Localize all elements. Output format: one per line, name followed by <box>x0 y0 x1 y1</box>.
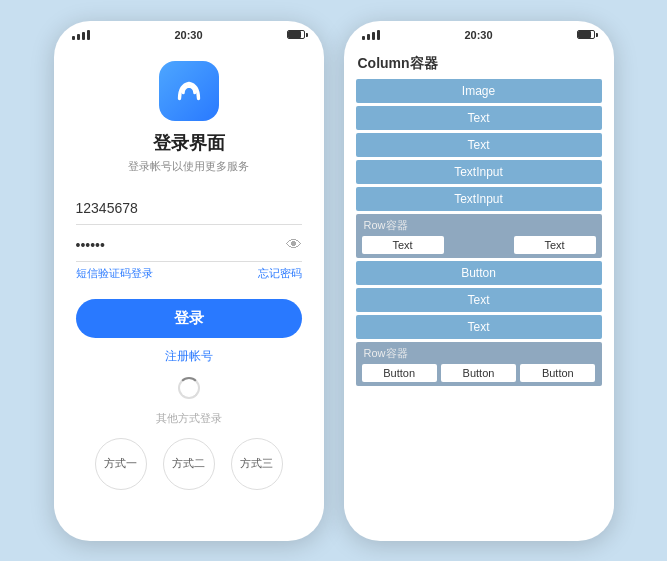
loading-indicator <box>178 377 200 399</box>
column-layout-content: Column容器 Image Text Text TextInput TextI… <box>344 45 614 541</box>
battery-area <box>287 30 305 39</box>
row2-cell-button-3: Button <box>520 364 595 382</box>
textinput-block-1: TextInput <box>356 160 602 184</box>
status-bar-right: 20:30 <box>344 21 614 45</box>
other-login-label: 其他方式登录 <box>156 411 222 426</box>
right-phone: 20:30 Column容器 Image Text Text TextInput… <box>344 21 614 541</box>
row2-cell-button-1: Button <box>362 364 437 382</box>
links-row: 短信验证码登录 忘记密码 <box>76 266 302 281</box>
signal-icon <box>72 30 90 40</box>
left-phone: 20:30 登录界面 登录帐号以使用更多服务 👁 短信验证码登录 忘记密码 登录… <box>54 21 324 541</box>
row1-spacer <box>448 236 510 254</box>
eye-icon[interactable]: 👁 <box>286 236 302 254</box>
battery-icon-right <box>577 30 595 39</box>
row1-cell-text-1: Text <box>362 236 444 254</box>
signal-icon-right <box>362 30 380 40</box>
method-button-1[interactable]: 方式一 <box>95 438 147 490</box>
login-button[interactable]: 登录 <box>76 299 302 338</box>
forgot-password-link[interactable]: 忘记密码 <box>258 266 302 281</box>
text-block-3: Text <box>356 288 602 312</box>
row2-cell-button-2: Button <box>441 364 516 382</box>
text-block-4: Text <box>356 315 602 339</box>
button-block-1: Button <box>356 261 602 285</box>
method-button-3[interactable]: 方式三 <box>231 438 283 490</box>
time-display-right: 20:30 <box>464 29 492 41</box>
login-subtitle: 登录帐号以使用更多服务 <box>128 159 249 174</box>
login-title: 登录界面 <box>153 131 225 155</box>
register-link[interactable]: 注册帐号 <box>165 348 213 365</box>
app-icon <box>159 61 219 121</box>
row-container-1-label: Row容器 <box>362 218 596 233</box>
method-row: 方式一 方式二 方式三 <box>95 438 283 490</box>
row-container-1: Row容器 Text Text <box>356 214 602 258</box>
row-container-1-inner: Text Text <box>362 236 596 254</box>
row-container-2-label: Row容器 <box>362 346 596 361</box>
row-container-2-inner: Button Button Button <box>362 364 596 382</box>
row-container-2: Row容器 Button Button Button <box>356 342 602 386</box>
password-row: 👁 <box>76 229 302 262</box>
sms-login-link[interactable]: 短信验证码登录 <box>76 266 153 281</box>
row1-cell-text-2: Text <box>514 236 596 254</box>
username-input[interactable] <box>76 192 302 225</box>
password-input[interactable] <box>76 229 286 261</box>
image-block: Image <box>356 79 602 103</box>
battery-area-right <box>577 30 595 39</box>
column-container-title: Column容器 <box>356 55 602 73</box>
textinput-block-2: TextInput <box>356 187 602 211</box>
method-button-2[interactable]: 方式二 <box>163 438 215 490</box>
text-block-1: Text <box>356 106 602 130</box>
text-block-2: Text <box>356 133 602 157</box>
time-display: 20:30 <box>174 29 202 41</box>
status-bar-left: 20:30 <box>54 21 324 45</box>
battery-icon <box>287 30 305 39</box>
login-screen-content: 登录界面 登录帐号以使用更多服务 👁 短信验证码登录 忘记密码 登录 注册帐号 … <box>54 45 324 541</box>
